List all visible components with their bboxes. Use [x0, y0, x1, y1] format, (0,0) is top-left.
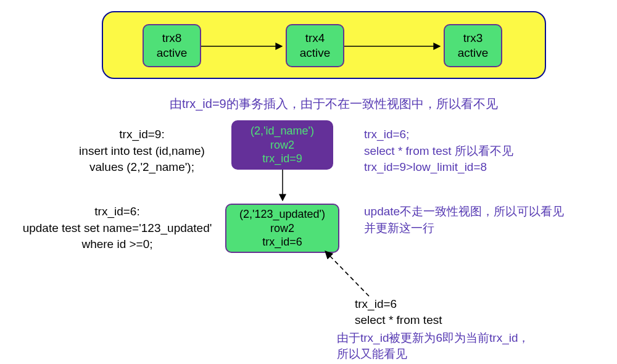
row-version-trx9: (2,'id_name') row2 trx_id=9: [231, 120, 333, 170]
trx-item-trx3: trx3 active: [444, 24, 502, 67]
note-select-invisible: trx_id=6; select * from test 所以看不见 trx_i…: [364, 126, 513, 176]
arrow-select-to-row6: [321, 247, 376, 302]
arrow-row9-to-row6: [279, 170, 286, 204]
trx-item-name: trx4: [305, 31, 325, 46]
diagram-stage: trx8 active trx4 active trx3 active: [0, 0, 617, 364]
note-line: 并更新这一行: [364, 220, 564, 237]
trx-item-trx8: trx8 active: [143, 24, 201, 67]
note-line: 由于trx_id被更新为6即为当前trx_id，: [337, 330, 530, 346]
note-line: trx_id=6;: [364, 126, 513, 143]
note-line: trx_id=9>low_limit_id=8: [364, 159, 513, 176]
caption-top: 由trx_id=9的事务插入，由于不在一致性视图中，所以看不见: [170, 96, 498, 112]
note-line: select * from test 所以看不见: [364, 143, 513, 160]
sql-update-block: trx_id=6: update test set name='123_upda…: [6, 204, 228, 253]
arrow-trx8-to-trx4: [201, 43, 286, 49]
svg-line-3: [326, 252, 369, 296]
row-trxid: trx_id=6: [262, 235, 302, 249]
note-visible-again: 由于trx_id被更新为6即为当前trx_id， 所以又能看见: [337, 330, 530, 362]
trx-item-status: active: [458, 46, 489, 60]
row-trxid: trx_id=9: [262, 152, 302, 166]
trx-item-status: active: [157, 46, 188, 60]
sql-line: insert into test (id,name): [62, 143, 222, 160]
sql-line: update test set name='123_updated': [6, 220, 228, 237]
sql-line: values (2,'2_name');: [62, 159, 222, 176]
row-version-trx6: (2,'123_updated') row2 trx_id=6: [225, 204, 339, 253]
row-label: row2: [270, 138, 294, 152]
arrow-trx4-to-trx3: [344, 43, 444, 49]
note-line: update不走一致性视图，所以可以看见: [364, 204, 564, 220]
row-tuple: (2,'123_updated'): [239, 207, 325, 221]
sql-line: trx_id=6:: [6, 204, 228, 220]
row-label: row2: [270, 221, 294, 236]
row-tuple: (2,'id_name'): [251, 124, 314, 138]
trx-item-trx4: trx4 active: [286, 24, 344, 67]
trx-list-container: trx8 active trx4 active trx3 active: [102, 11, 546, 79]
sql-line: select * from test: [355, 312, 442, 328]
note-line: 所以又能看见: [337, 346, 530, 362]
sql-line: trx_id=9:: [62, 126, 222, 143]
trx-item-name: trx3: [463, 31, 483, 46]
sql-line: where id >=0;: [6, 236, 228, 253]
trx-item-name: trx8: [162, 31, 182, 46]
trx-item-status: active: [300, 46, 331, 60]
sql-select-bottom: trx_id=6 select * from test: [355, 296, 442, 328]
sql-line: trx_id=6: [355, 296, 442, 312]
note-update-visible: update不走一致性视图，所以可以看见 并更新这一行: [364, 204, 564, 236]
sql-insert-block: trx_id=9: insert into test (id,name) val…: [62, 126, 222, 176]
